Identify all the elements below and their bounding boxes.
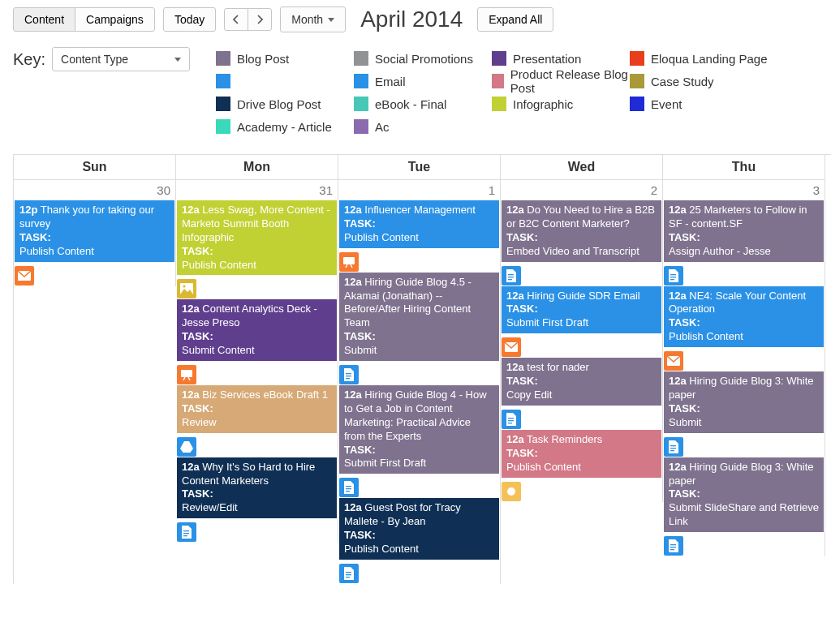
calendar-cell[interactable]: 3112a Less Swag, More Content - Marketo … <box>176 180 338 543</box>
svg-rect-19 <box>508 279 512 280</box>
legend-label: Case Study <box>651 75 714 88</box>
calendar-cell[interactable]: 312a 25 Marketers to Follow in SF - cont… <box>663 180 825 556</box>
doc-icon <box>339 478 359 497</box>
calendar-header: SunMonTueWedThu <box>14 155 831 180</box>
svg-rect-14 <box>346 572 351 573</box>
calendar-cell[interactable]: 3012p Thank you for taking our surveyTAS… <box>14 180 176 286</box>
next-button[interactable] <box>248 8 272 31</box>
svg-rect-10 <box>346 378 350 379</box>
doc-icon <box>664 266 683 286</box>
swatch <box>216 97 230 111</box>
swatch <box>216 51 230 66</box>
nav-arrows <box>224 8 272 31</box>
event[interactable]: 12a Guest Post for Tracy Mallete - By Je… <box>339 498 499 560</box>
date-number: 31 <box>176 180 338 200</box>
legend-item: Ac <box>354 115 492 138</box>
page-title: April 2014 <box>360 6 463 32</box>
preso-icon <box>339 252 359 272</box>
doc-icon <box>664 437 683 457</box>
day-header: Wed <box>501 155 663 180</box>
event[interactable]: 12a Task RemindersTASK:Publish Content <box>502 430 661 478</box>
legend-item: Infographic <box>492 92 630 115</box>
expand-all-button[interactable]: Expand All <box>477 7 553 32</box>
img-icon <box>177 279 196 298</box>
event[interactable]: 12a Biz Services eBook Draft 1TASK:Revie… <box>177 385 337 433</box>
swatch <box>216 119 230 134</box>
legend-item <box>216 70 354 92</box>
swatch <box>630 74 644 88</box>
swatch <box>354 97 368 111</box>
svg-rect-3 <box>181 370 192 377</box>
period-select[interactable]: Month <box>280 6 346 32</box>
legend-item: eBook - Final <box>354 92 492 115</box>
legend-item: Eloqua Landing Page <box>630 47 768 70</box>
toolbar: Content Campaigns Today Month April 2014… <box>13 6 831 32</box>
svg-rect-4 <box>183 530 189 531</box>
period-value: Month <box>291 13 323 26</box>
legend-label: Academy - Article <box>237 120 332 134</box>
today-button[interactable]: Today <box>163 7 216 32</box>
key-select-value: Content Type <box>61 53 174 66</box>
date-number: 30 <box>14 180 175 200</box>
event[interactable]: 12a Hiring Guide Blog 4 - How to Get a J… <box>339 385 499 474</box>
view-tabs: Content Campaigns <box>13 7 155 32</box>
date-number: 3 <box>663 180 825 200</box>
event[interactable]: 12p Thank you for taking our surveyTASK:… <box>15 200 174 262</box>
tab-content[interactable]: Content <box>13 7 75 32</box>
preso-icon <box>177 365 196 384</box>
calendar-cell[interactable]: 112a Influencer ManagementTASK:Publish C… <box>338 180 501 584</box>
event[interactable]: 12a Influencer ManagementTASK:Publish Co… <box>339 200 499 248</box>
legend-label: Ac <box>375 120 390 134</box>
event[interactable]: 12a Why It's So Hard to Hire Content Mar… <box>177 457 337 519</box>
svg-point-24 <box>507 487 515 496</box>
swatch <box>492 74 504 88</box>
svg-rect-12 <box>346 488 351 489</box>
tab-campaigns[interactable]: Campaigns <box>75 7 155 32</box>
doc-icon <box>339 365 359 384</box>
svg-rect-13 <box>346 491 350 492</box>
event[interactable]: 12a Content Analytics Deck - Jesse Preso… <box>177 299 337 361</box>
event[interactable]: 12a Do You Need to Hire a B2B or B2C Con… <box>502 200 661 262</box>
event[interactable]: 12a Hiring Guide SDR EmailTASK:Submit Fi… <box>502 286 661 334</box>
svg-rect-8 <box>346 373 351 374</box>
legend-label: Blog Post <box>237 52 289 66</box>
doc-icon <box>177 522 196 542</box>
legend-label: eBook - Final <box>375 97 446 111</box>
legend-label: Social Promotions <box>375 52 473 66</box>
svg-rect-16 <box>346 577 350 577</box>
legend-label: Eloqua Landing Page <box>651 52 767 66</box>
day-header: Mon <box>176 155 338 180</box>
event[interactable]: 12a NE4: Scale Your Content OperationTAS… <box>664 286 824 348</box>
swatch <box>354 74 368 88</box>
swatch <box>492 51 506 66</box>
svg-rect-27 <box>670 279 674 280</box>
event[interactable]: 12a Less Swag, More Content - Marketo Su… <box>177 200 337 275</box>
event[interactable]: 12a Hiring Guide Blog 4.5 - Akamai (Jona… <box>339 273 499 361</box>
swatch <box>492 97 506 111</box>
key-select[interactable]: Content Type <box>52 47 190 71</box>
day-header: Thu <box>663 155 825 180</box>
event[interactable]: 12a 25 Marketers to Follow in SF - conte… <box>664 200 824 262</box>
swatch <box>216 74 230 88</box>
dot-icon <box>502 482 521 501</box>
event[interactable]: 12a Hiring Guide Blog 3: White paperTASK… <box>664 371 824 433</box>
svg-rect-5 <box>183 533 189 534</box>
svg-rect-25 <box>670 274 676 275</box>
legend-label: Drive Blog Post <box>237 97 321 111</box>
svg-rect-32 <box>670 544 676 545</box>
svg-rect-7 <box>343 257 355 264</box>
swatch <box>354 51 368 66</box>
svg-rect-15 <box>346 574 351 575</box>
mail-icon <box>15 266 34 286</box>
swatch <box>630 97 644 111</box>
date-number: 1 <box>338 180 500 200</box>
calendar: SunMonTueWedThu 3012p Thank you for taki… <box>13 154 831 584</box>
event[interactable]: 12a test for naderTASK:Copy Edit <box>502 358 661 406</box>
svg-rect-26 <box>670 277 676 277</box>
prev-button[interactable] <box>224 8 248 31</box>
svg-rect-22 <box>508 420 514 421</box>
legend: Blog PostSocial PromotionsPresentationEl… <box>216 47 831 138</box>
calendar-cell[interactable]: 212a Do You Need to Hire a B2B or B2C Co… <box>501 180 663 502</box>
svg-rect-21 <box>508 418 514 419</box>
event[interactable]: 12a Hiring Guide Blog 3: White paperTASK… <box>664 457 824 532</box>
